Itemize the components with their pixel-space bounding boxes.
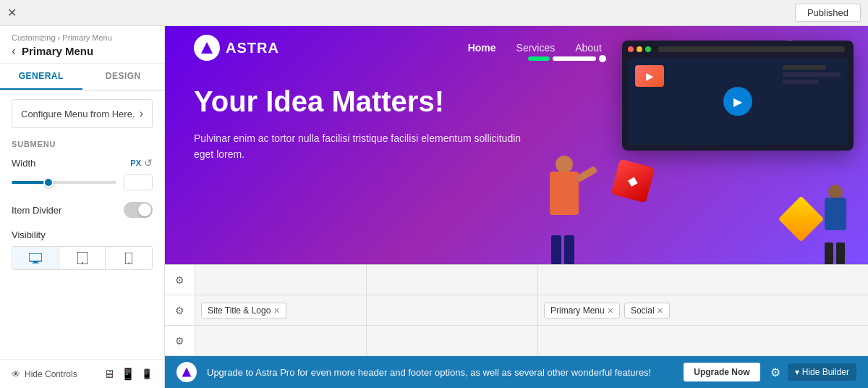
submenu-section-label: SUBMENU (12, 140, 153, 148)
sidebar-title: Primary Menu (22, 45, 93, 57)
builder-row1-center (367, 265, 538, 295)
hero-title: Your Idea Matters! (194, 84, 523, 119)
sidebar-footer: 👁 Hide Controls 🖥 📱 📱 (0, 359, 164, 388)
thumbnail-card: ▶ (635, 65, 664, 87)
site-title-logo-chip-close[interactable]: × (273, 305, 279, 316)
visibility-tablet-button[interactable] (59, 247, 106, 269)
builder-row-1: ⚙ (165, 265, 868, 295)
hide-builder-chevron: ▾ (795, 367, 799, 377)
character-1 (535, 156, 593, 264)
visibility-buttons (12, 246, 153, 270)
play-button[interactable]: ▶ (723, 87, 752, 116)
svg-marker-11 (182, 368, 192, 377)
primary-menu-chip-label: Primary Menu (550, 305, 605, 316)
site-logo: ASTRA (194, 35, 279, 61)
logo-text: ASTRA (226, 40, 279, 56)
width-control: Width PX ↺ (12, 157, 153, 190)
builder-row2-right: Primary Menu × Social × (538, 295, 868, 325)
visibility-label: Visibility (12, 229, 153, 240)
width-unit-row: PX ↺ (130, 157, 153, 169)
builder-row1-right (538, 265, 868, 295)
hide-builder-label: Hide Builder (802, 367, 849, 377)
builder-row2-gear[interactable]: ⚙ (165, 295, 195, 325)
builder-row3-right (538, 326, 868, 355)
desktop-icon[interactable]: 🖥 (103, 368, 115, 381)
item-divider-label: Item Divider (12, 205, 61, 216)
hide-builder-button[interactable]: ▾ Hide Builder (788, 363, 856, 381)
svg-point-6 (128, 262, 129, 263)
website-preview: ASTRA Home Services About Reviews Why Us… (165, 26, 868, 264)
width-reset-button[interactable]: ↺ (144, 157, 153, 169)
bottom-logo (176, 362, 197, 382)
browser-mockup: ▶ ▶ (622, 41, 854, 151)
width-slider-row (12, 174, 153, 190)
configure-menu-arrow-icon: › (140, 107, 143, 120)
mobile-icon[interactable]: 📱 (141, 368, 153, 379)
visibility-mobile-button[interactable] (106, 247, 152, 269)
sidebar-content: Configure Menu from Here. › SUBMENU Widt… (0, 90, 164, 359)
primary-menu-chip[interactable]: Primary Menu × (544, 303, 620, 319)
hero-subtitle: Pulvinar enim ac tortor nulla facilisi t… (194, 130, 523, 163)
social-chip-close[interactable]: × (658, 305, 663, 316)
browser-lines (783, 65, 841, 84)
sidebar-title-row: ‹ Primary Menu (12, 43, 153, 59)
width-header: Width PX ↺ (12, 157, 153, 169)
configure-menu-row[interactable]: Configure Menu from Here. › (12, 99, 153, 128)
browser-dot-red (628, 46, 634, 52)
builder-row1-left (195, 265, 367, 295)
item-divider-row: Item Divider (12, 202, 153, 218)
width-input[interactable] (124, 174, 153, 190)
svg-marker-7 (201, 42, 213, 54)
hide-controls-label: Hide Controls (25, 369, 77, 379)
preview-area: ASTRA Home Services About Reviews Why Us… (165, 26, 868, 388)
top-bar: ✕ Published (0, 0, 868, 26)
nav-home[interactable]: Home (468, 42, 496, 54)
close-icon[interactable]: ✕ (7, 6, 17, 20)
site-title-logo-chip-label: Site Title & Logo (208, 305, 271, 316)
header-builder: ⚙ ⚙ Site Title & Logo × Primary Menu (165, 264, 868, 356)
builder-row1-gear[interactable]: ⚙ (165, 265, 195, 295)
configure-menu-label: Configure Menu from Here. (21, 109, 135, 119)
site-title-logo-chip[interactable]: Site Title & Logo × (201, 303, 286, 319)
visibility-row: Visibility (12, 229, 153, 270)
bottom-bar: Upgrade to Astra Pro for even more heade… (165, 356, 868, 388)
builder-row3-center (367, 326, 538, 355)
promo-text: Upgrade to Astra Pro for even more heade… (207, 367, 673, 378)
sidebar: Customizing › Primary Menu ‹ Primary Men… (0, 26, 165, 388)
hero-illustration: ▶ ▶ (516, 26, 868, 264)
hero-content: Your Idea Matters! Pulvinar enim ac tort… (165, 69, 552, 189)
upgrade-now-button[interactable]: Upgrade Now (684, 363, 760, 381)
sidebar-header: Customizing › Primary Menu ‹ Primary Men… (0, 26, 164, 64)
published-button[interactable]: Published (795, 4, 861, 22)
builder-row2-left: Site Title & Logo × (195, 295, 367, 325)
tablet-icon[interactable]: 📱 (121, 367, 135, 381)
browser-dot-yellow (637, 46, 642, 52)
tab-general[interactable]: General (0, 64, 82, 90)
primary-menu-chip-close[interactable]: × (608, 305, 613, 316)
browser-url-bar (658, 46, 845, 52)
browser-decorations (528, 56, 606, 62)
svg-rect-1 (33, 261, 38, 263)
eye-icon: 👁 (12, 369, 20, 379)
bottom-gear-icon[interactable]: ⚙ (770, 366, 780, 379)
logo-icon (194, 35, 220, 61)
social-chip[interactable]: Social × (624, 303, 670, 319)
builder-row3-left (195, 326, 367, 355)
width-unit-label[interactable]: PX (130, 159, 141, 167)
browser-bar (628, 46, 848, 52)
device-icons: 🖥 📱 📱 (103, 367, 153, 381)
width-slider[interactable] (12, 181, 116, 184)
held-object: ◆ (610, 159, 655, 203)
width-label: Width (12, 158, 35, 169)
tab-design[interactable]: Design (82, 64, 165, 90)
item-divider-toggle[interactable] (124, 202, 153, 218)
back-button[interactable]: ‹ (12, 43, 16, 59)
slider-thumb[interactable] (43, 177, 54, 187)
bottom-right: ⚙ ▾ Hide Builder (770, 363, 856, 381)
builder-row3-gear[interactable]: ⚙ (165, 326, 195, 355)
browser-content: ▶ ▶ (628, 58, 848, 145)
main-layout: Customizing › Primary Menu ‹ Primary Men… (0, 26, 868, 388)
builder-row2-center (367, 295, 538, 325)
visibility-desktop-button[interactable] (12, 247, 59, 269)
hide-controls-button[interactable]: 👁 Hide Controls (12, 369, 77, 379)
